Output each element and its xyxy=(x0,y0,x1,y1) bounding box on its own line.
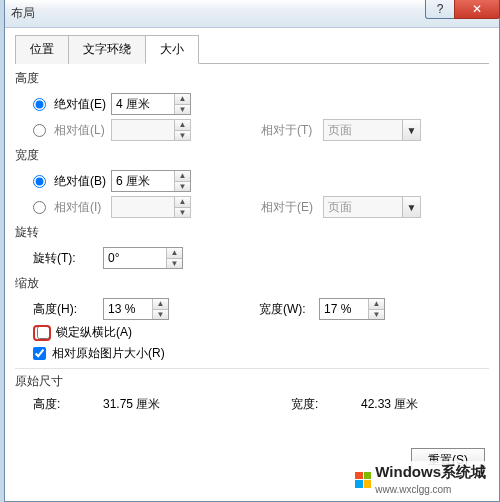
close-button[interactable]: ✕ xyxy=(454,0,500,19)
orig-width-value: 42.33 厘米 xyxy=(361,396,471,413)
height-absolute-spinner[interactable]: ▲▼ xyxy=(111,93,191,115)
scale-height-label: 高度(H): xyxy=(33,301,103,318)
width-relative-text: 相对值(I) xyxy=(54,199,101,216)
tab-position[interactable]: 位置 xyxy=(15,35,69,64)
height-absolute-radio[interactable] xyxy=(33,98,46,111)
help-button[interactable]: ? xyxy=(425,0,455,19)
spin-down-icon: ▼ xyxy=(175,131,190,141)
rotate-input[interactable] xyxy=(104,248,166,268)
spin-up-icon[interactable]: ▲ xyxy=(153,299,168,310)
width-relative-radio[interactable] xyxy=(33,201,46,214)
scale-height-spinner[interactable]: ▲▼ xyxy=(103,298,169,320)
legend-scale: 缩放 xyxy=(15,275,489,292)
width-relative-to-combo: ▼ xyxy=(323,196,421,218)
spinner-buttons[interactable]: ▲▼ xyxy=(152,299,168,319)
orig-width-label: 宽度: xyxy=(291,396,361,413)
width-absolute-radio-label[interactable]: 绝对值(B) xyxy=(33,173,111,190)
height-relative-radio-label[interactable]: 相对值(L) xyxy=(33,122,111,139)
scale-width-input[interactable] xyxy=(320,299,368,319)
window-buttons: ? ✕ xyxy=(426,0,500,19)
width-relative-radio-label[interactable]: 相对值(I) xyxy=(33,199,111,216)
group-width: 宽度 绝对值(B) ▲▼ 相对值(I) ▲▼ xyxy=(15,147,489,220)
height-relative-spinner: ▲▼ xyxy=(111,119,191,141)
spin-up-icon: ▲ xyxy=(175,120,190,131)
group-height: 高度 绝对值(E) ▲▼ 相对值(L) ▲▼ xyxy=(15,70,489,143)
spin-up-icon: ▲ xyxy=(175,197,190,208)
height-absolute-input[interactable] xyxy=(112,94,174,114)
width-relative-input xyxy=(112,197,174,217)
height-relative-to-combo: ▼ xyxy=(323,119,421,141)
width-absolute-spinner[interactable]: ▲▼ xyxy=(111,170,191,192)
legend-height: 高度 xyxy=(15,70,489,87)
legend-width: 宽度 xyxy=(15,147,489,164)
highlight-box-icon xyxy=(33,325,51,341)
chevron-down-icon: ▼ xyxy=(402,120,420,140)
legend-rotate: 旋转 xyxy=(15,224,489,241)
spin-up-icon[interactable]: ▲ xyxy=(175,171,190,182)
scale-height-input[interactable] xyxy=(104,299,152,319)
scale-width-spinner[interactable]: ▲▼ xyxy=(319,298,385,320)
titlebar: 布局 ? ✕ xyxy=(5,0,499,28)
spinner-buttons: ▲▼ xyxy=(174,120,190,140)
height-relative-text: 相对值(L) xyxy=(54,122,105,139)
windows-logo-icon xyxy=(355,472,371,488)
spin-down-icon[interactable]: ▼ xyxy=(153,310,168,320)
spinner-buttons[interactable]: ▲▼ xyxy=(368,299,384,319)
relative-original-checkbox[interactable] xyxy=(33,347,46,360)
lock-aspect-label: 锁定纵横比(A) xyxy=(56,324,132,341)
layout-dialog: 布局 ? ✕ 位置 文字环绕 大小 高度 绝对值(E) ▲▼ xyxy=(4,0,500,502)
group-original: 原始尺寸 高度: 31.75 厘米 宽度: 42.33 厘米 xyxy=(15,373,489,415)
rotate-label: 旋转(T): xyxy=(33,250,103,267)
spinner-buttons[interactable]: ▲▼ xyxy=(166,248,182,268)
spin-up-icon[interactable]: ▲ xyxy=(167,248,182,259)
client-area: 位置 文字环绕 大小 高度 绝对值(E) ▲▼ 相对值(L) xyxy=(5,28,499,501)
spin-down-icon: ▼ xyxy=(175,208,190,218)
watermark-url: www.wxclgg.com xyxy=(375,484,451,495)
spinner-buttons: ▲▼ xyxy=(174,197,190,217)
separator xyxy=(15,368,489,369)
spin-down-icon[interactable]: ▼ xyxy=(175,105,190,115)
window-title: 布局 xyxy=(11,5,35,22)
spin-up-icon[interactable]: ▲ xyxy=(369,299,384,310)
height-relative-input xyxy=(112,120,174,140)
spin-up-icon[interactable]: ▲ xyxy=(175,94,190,105)
tab-size[interactable]: 大小 xyxy=(145,35,199,64)
spin-down-icon[interactable]: ▼ xyxy=(369,310,384,320)
height-relative-to-input xyxy=(324,123,402,137)
width-relative-spinner: ▲▼ xyxy=(111,196,191,218)
width-absolute-text: 绝对值(B) xyxy=(54,173,106,190)
relative-original-label: 相对原始图片大小(R) xyxy=(52,345,165,362)
tab-strip: 位置 文字环绕 大小 xyxy=(15,34,489,64)
height-absolute-text: 绝对值(E) xyxy=(54,96,106,113)
tab-wrap[interactable]: 文字环绕 xyxy=(68,35,146,64)
spinner-buttons[interactable]: ▲▼ xyxy=(174,171,190,191)
spinner-buttons[interactable]: ▲▼ xyxy=(174,94,190,114)
height-relative-to-label: 相对于(T) xyxy=(261,122,323,139)
group-rotate: 旋转 旋转(T): ▲▼ xyxy=(15,224,489,271)
height-relative-radio[interactable] xyxy=(33,124,46,137)
scale-width-label: 宽度(W): xyxy=(259,301,319,318)
width-absolute-input[interactable] xyxy=(112,171,174,191)
spin-down-icon[interactable]: ▼ xyxy=(167,259,182,269)
rotate-spinner[interactable]: ▲▼ xyxy=(103,247,183,269)
chevron-down-icon: ▼ xyxy=(402,197,420,217)
spin-down-icon[interactable]: ▼ xyxy=(175,182,190,192)
height-absolute-radio-label[interactable]: 绝对值(E) xyxy=(33,96,111,113)
width-relative-to-input xyxy=(324,200,402,214)
group-scale: 缩放 高度(H): ▲▼ 宽度(W): ▲▼ 锁定纵横比(A) xyxy=(15,275,489,364)
width-relative-to-label: 相对于(E) xyxy=(261,199,323,216)
watermark: Windows系统城 www.wxclgg.com xyxy=(349,461,492,498)
orig-height-label: 高度: xyxy=(33,396,103,413)
legend-original: 原始尺寸 xyxy=(15,373,489,390)
watermark-title: Windows系统城 xyxy=(375,463,486,480)
width-absolute-radio[interactable] xyxy=(33,175,46,188)
orig-height-value: 31.75 厘米 xyxy=(103,396,213,413)
